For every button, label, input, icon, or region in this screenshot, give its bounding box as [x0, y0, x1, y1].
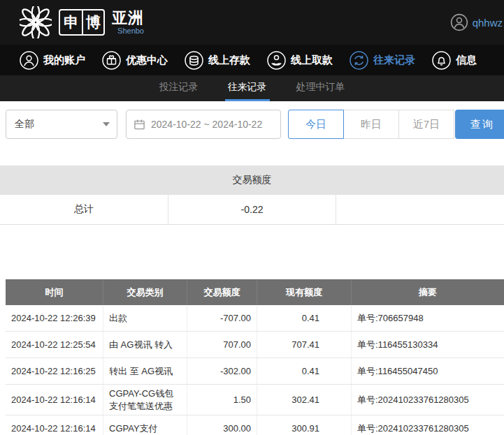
- username-text[interactable]: qhhwz: [473, 17, 503, 29]
- records-icon: [350, 51, 368, 70]
- cell-time: 2024-10-22 12:26:39: [6, 305, 103, 331]
- summary-empty-cell: [336, 195, 504, 224]
- nav-label: 线上存款: [208, 54, 250, 67]
- type-select[interactable]: 全部: [6, 110, 117, 139]
- brand-region: 亚洲 Shenbo: [112, 10, 144, 35]
- cell-type: CGPAY-CG钱包支付笔笔送优惠: [103, 385, 187, 415]
- brand-char-2: 博: [82, 10, 103, 34]
- cell-time: 2024-10-22 12:16:25: [6, 358, 103, 384]
- bell-icon: [432, 51, 451, 70]
- last7days-button[interactable]: 近7日: [398, 110, 454, 139]
- nav-item-deposit[interactable]: 线上存款: [185, 51, 250, 70]
- col-header-balance: 现有额度: [257, 279, 352, 305]
- cell-summary: 单号:116455130334: [352, 332, 504, 357]
- today-button[interactable]: 今日: [288, 110, 344, 139]
- brand-subtitle: Shenbo: [112, 27, 144, 35]
- cell-type: 转出 至 AG视讯: [103, 358, 187, 384]
- flower-logo-icon: [20, 6, 52, 38]
- withdraw-icon: [267, 51, 286, 70]
- cell-type: CGPAY支付: [103, 415, 187, 435]
- calendar-icon: [134, 119, 145, 131]
- cell-summary: 单号:202410233761280305: [352, 385, 504, 415]
- type-select-value: 全部: [15, 118, 34, 131]
- tab-betting-records[interactable]: 投注记录: [157, 75, 201, 101]
- nav-label: 线上取款: [291, 54, 333, 67]
- table-row: 2024-10-22 12:25:54 由 AG视讯 转入 707.00 707…: [6, 332, 504, 358]
- user-area[interactable]: qhhwz: [450, 13, 503, 31]
- cell-amount: 707.00: [187, 332, 257, 357]
- brand-char-1: 申: [60, 10, 82, 34]
- subnav: 投注记录 往来记录 处理中订单: [0, 75, 504, 101]
- gift-icon: [102, 51, 121, 70]
- table-row: 2024-10-22 12:16:25 转出 至 AG视讯 -302.00 0.…: [6, 358, 504, 385]
- top-header: 申 博 亚洲 Shenbo qhhwz: [0, 0, 504, 45]
- date-range-input[interactable]: 2024-10-22 ~ 2024-10-22: [126, 110, 281, 139]
- cell-amount: 1.50: [187, 385, 257, 415]
- table-row: 2024-10-22 12:26:39 出款 -707.00 0.41 单号:7…: [6, 305, 504, 332]
- brand: 申 博 亚洲 Shenbo: [20, 6, 144, 38]
- cell-amount: 300.00: [187, 415, 257, 435]
- cell-balance: 302.41: [257, 385, 352, 415]
- table-row: 2024-10-22 12:16:14 CGPAY-CG钱包支付笔笔送优惠 1.…: [6, 385, 504, 415]
- nav-item-my-account[interactable]: 我的账户: [20, 51, 85, 70]
- tab-transaction-records[interactable]: 往来记录: [225, 75, 270, 101]
- records-table-header: 时间 交易类别 交易额度 现有额度 摘要: [6, 279, 504, 305]
- cell-time: 2024-10-22 12:16:14: [6, 385, 103, 415]
- select-caret-wrap: [96, 110, 117, 138]
- query-button[interactable]: 查询: [455, 110, 504, 139]
- col-header-amount: 交易额度: [187, 279, 257, 305]
- date-range-value: 2024-10-22 ~ 2024-10-22: [151, 119, 262, 130]
- deposit-icon: [185, 51, 203, 70]
- cell-balance: 300.91: [257, 415, 352, 435]
- yesterday-button[interactable]: 昨日: [343, 110, 399, 139]
- cell-amount: -302.00: [187, 358, 257, 384]
- user-icon: [20, 51, 38, 70]
- summary-table: 交易额度 总计 -0.22: [0, 165, 504, 225]
- cell-type: 出款: [103, 305, 187, 331]
- cell-balance: 0.41: [257, 305, 352, 331]
- gap-strip: [0, 147, 504, 165]
- nav-label: 信息: [456, 54, 477, 67]
- cell-balance: 0.41: [257, 358, 352, 384]
- cell-summary: 单号:116455047450: [352, 358, 504, 384]
- brand-logo-box: 申 博: [59, 9, 105, 36]
- nav-item-transaction-records[interactable]: 往来记录: [350, 51, 415, 70]
- col-header-summary: 摘要: [352, 279, 504, 305]
- cell-summary: 单号:202410233761280305: [352, 415, 504, 435]
- tab-processing-orders[interactable]: 处理中订单: [294, 75, 348, 101]
- brand-region-text: 亚洲: [112, 10, 144, 26]
- filter-bar: 全部 2024-10-22 ~ 2024-10-22 今日 昨日 近7日 查询: [0, 101, 504, 147]
- col-header-time: 时间: [6, 279, 103, 305]
- summary-total-value: -0.22: [168, 195, 337, 224]
- summary-table-header: 交易额度: [0, 165, 504, 195]
- page: 申 博 亚洲 Shenbo qhhwz: [0, 0, 504, 435]
- nav-item-withdraw[interactable]: 线上取款: [267, 51, 333, 70]
- records-table: 时间 交易类别 交易额度 现有额度 摘要 2024-10-22 12:26:39…: [6, 279, 504, 435]
- cell-type: 由 AG视讯 转入: [103, 332, 187, 357]
- user-avatar-icon: [450, 13, 468, 31]
- spacer: [0, 225, 504, 279]
- nav-item-promotions[interactable]: 优惠中心: [102, 51, 168, 70]
- cell-amount: -707.00: [187, 305, 257, 331]
- summary-total-row: 总计 -0.22: [0, 195, 504, 224]
- cell-balance: 707.41: [257, 332, 352, 357]
- chevron-down-icon: [103, 122, 110, 126]
- cell-summary: 单号:706657948: [352, 305, 504, 331]
- table-row: 2024-10-22 12:16:14 CGPAY支付 300.00 300.9…: [6, 415, 504, 435]
- main-nav: 我的账户 优惠中心 线上存款: [0, 45, 504, 75]
- nav-label: 往来记录: [373, 54, 415, 67]
- col-header-type: 交易类别: [103, 279, 187, 305]
- cell-time: 2024-10-22 12:25:54: [6, 332, 103, 357]
- nav-item-messages[interactable]: 信息: [432, 51, 477, 70]
- cell-time: 2024-10-22 12:16:14: [6, 415, 103, 435]
- summary-total-label: 总计: [0, 195, 168, 224]
- nav-label: 我的账户: [43, 54, 85, 67]
- nav-label: 优惠中心: [126, 54, 168, 67]
